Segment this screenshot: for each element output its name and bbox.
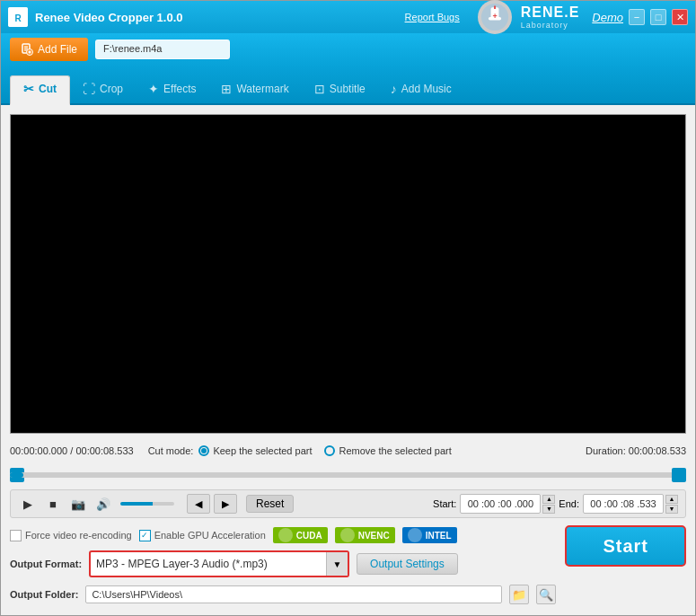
brand-text: RENE.E Laboratory bbox=[521, 4, 580, 30]
force-reencode-label: Force video re-encoding bbox=[25, 530, 132, 541]
remove-radio-dot bbox=[324, 445, 335, 456]
nvenc-label: NVENC bbox=[358, 531, 390, 541]
cuda-badge: CUDA bbox=[273, 527, 328, 543]
reset-button[interactable]: Reset bbox=[246, 495, 294, 513]
format-dropdown-arrow[interactable]: ▼ bbox=[326, 552, 348, 576]
output-format-row: Output Format: MP3 - MPEG Layer-3 Audio … bbox=[10, 550, 556, 577]
format-select-wrapper[interactable]: MP3 - MPEG Layer-3 Audio (*.mp3) ▼ bbox=[89, 550, 349, 577]
start-time-up[interactable]: ▲ bbox=[542, 495, 555, 504]
start-label: Start: bbox=[433, 498, 456, 509]
demo-badge: Demo bbox=[592, 11, 623, 24]
format-select-display: MP3 - MPEG Layer-3 Audio (*.mp3) bbox=[91, 554, 326, 574]
tab-effects[interactable]: ✦ Effects bbox=[136, 76, 208, 103]
title-bar: R Renee Video Cropper 1.0.0 Report Bugs … bbox=[1, 1, 695, 33]
add-file-button[interactable]: Add File bbox=[10, 38, 88, 61]
bottom-left: Force video re-encoding ✓ Enable GPU Acc… bbox=[10, 525, 556, 606]
output-settings-button[interactable]: Output Settings bbox=[357, 553, 458, 575]
end-time-down[interactable]: ▼ bbox=[665, 505, 678, 514]
encoding-options: Force video re-encoding ✓ Enable GPU Acc… bbox=[10, 525, 556, 545]
crop-icon: ⛶ bbox=[83, 82, 95, 96]
add-file-label: Add File bbox=[38, 43, 77, 56]
keep-radio[interactable]: Keep the selected part bbox=[198, 445, 312, 456]
nvenc-badge: NVENC bbox=[335, 527, 395, 543]
nvenc-icon bbox=[340, 528, 355, 542]
progress-bar[interactable] bbox=[10, 468, 686, 482]
subtitle-icon: ⊡ bbox=[314, 82, 325, 96]
start-time-input[interactable] bbox=[460, 494, 541, 514]
effects-icon: ✦ bbox=[148, 82, 159, 96]
svg-text:+: + bbox=[492, 12, 497, 21]
search-folder-button[interactable]: 🔍 bbox=[536, 585, 556, 604]
tab-subtitle[interactable]: ⊡ Subtitle bbox=[302, 76, 378, 103]
cut-mode-radio-group: Keep the selected part Remove the select… bbox=[198, 445, 451, 456]
progress-handle-right[interactable] bbox=[672, 468, 686, 482]
start-time-input-group: ▲ ▼ bbox=[460, 494, 555, 514]
tab-cut[interactable]: ✂ Cut bbox=[10, 75, 70, 105]
tab-watermark[interactable]: ⊞ Watermark bbox=[208, 76, 301, 103]
cuda-label: CUDA bbox=[296, 531, 322, 541]
end-time-up[interactable]: ▲ bbox=[665, 495, 678, 504]
watermark-icon: ⊞ bbox=[221, 82, 232, 96]
video-preview bbox=[10, 114, 686, 434]
close-button[interactable]: ✕ bbox=[672, 9, 688, 25]
report-bugs-link[interactable]: Report Bugs bbox=[405, 12, 460, 22]
music-icon: ♪ bbox=[391, 82, 397, 96]
keep-radio-dot bbox=[198, 445, 209, 456]
cut-mode-label: Cut mode: bbox=[148, 445, 194, 456]
intel-badge: INTEL bbox=[402, 527, 457, 543]
stop-button[interactable]: ■ bbox=[43, 494, 63, 514]
next-frame-button[interactable]: ▶ bbox=[214, 494, 237, 514]
end-label: End: bbox=[559, 498, 579, 509]
tab-crop[interactable]: ⛶ Crop bbox=[70, 76, 136, 103]
title-bar-right: Report Bugs + RENE.E Laboratory Dem bbox=[405, 0, 688, 34]
end-time-input-group: ▲ ▼ bbox=[583, 494, 678, 514]
volume-slider[interactable] bbox=[120, 502, 174, 506]
brand-sub: Laboratory bbox=[521, 21, 580, 30]
progress-track[interactable] bbox=[10, 472, 686, 478]
toolbar: Add File F:\renee.m4a bbox=[1, 33, 695, 66]
bottom-section: Force video re-encoding ✓ Enable GPU Acc… bbox=[10, 525, 686, 606]
brand-logo: + bbox=[478, 0, 512, 34]
tab-cut-label: Cut bbox=[39, 83, 57, 95]
brand-name: RENE.E bbox=[521, 4, 580, 21]
intel-label: INTEL bbox=[426, 531, 452, 541]
intel-icon bbox=[408, 528, 422, 542]
tab-effects-label: Effects bbox=[163, 83, 196, 95]
playback-controls: ▶ ■ 📷 🔊 ◀ ▶ Reset Start: ▲ ▼ End: bbox=[10, 489, 686, 518]
app-logo: R bbox=[8, 7, 28, 27]
tab-crop-label: Crop bbox=[100, 83, 123, 95]
screenshot-button[interactable]: 📷 bbox=[68, 494, 88, 514]
gpu-accel-cb: ✓ bbox=[139, 530, 151, 541]
gpu-accel-label: Enable GPU Acceleration bbox=[154, 530, 266, 541]
main-content: 00:00:00.000 / 00:00:08.533 Cut mode: Ke… bbox=[1, 105, 695, 615]
file-path-display: F:\renee.m4a bbox=[95, 40, 230, 59]
tab-add-music-label: Add Music bbox=[401, 83, 452, 95]
prev-frame-button[interactable]: ◀ bbox=[187, 494, 210, 514]
restore-button[interactable]: □ bbox=[650, 9, 666, 25]
time-current-display: 00:00:00.000 / 00:00:08.533 bbox=[10, 445, 134, 456]
start-end-area: Start: ▲ ▼ End: ▲ ▼ bbox=[433, 494, 678, 514]
volume-button[interactable]: 🔊 bbox=[93, 494, 113, 514]
tab-bar: ✂ Cut ⛶ Crop ✦ Effects ⊞ Watermark ⊡ Sub… bbox=[1, 66, 695, 105]
browse-folder-button[interactable]: 📁 bbox=[509, 585, 529, 604]
output-format-label: Output Format: bbox=[10, 559, 82, 569]
start-time-spinners: ▲ ▼ bbox=[542, 495, 555, 514]
folder-path-input[interactable] bbox=[85, 585, 502, 603]
gpu-accel-checkbox[interactable]: ✓ Enable GPU Acceleration bbox=[139, 530, 266, 541]
tab-watermark-label: Watermark bbox=[236, 83, 288, 95]
cut-icon: ✂ bbox=[23, 82, 34, 96]
start-button[interactable]: Start bbox=[565, 525, 686, 567]
svg-text:R: R bbox=[14, 13, 22, 23]
end-time-input[interactable] bbox=[583, 494, 664, 514]
tab-add-music[interactable]: ♪ Add Music bbox=[378, 76, 464, 103]
remove-radio[interactable]: Remove the selected part bbox=[324, 445, 451, 456]
start-time-down[interactable]: ▼ bbox=[542, 505, 555, 514]
force-reencode-checkbox[interactable]: Force video re-encoding bbox=[10, 530, 132, 541]
minimize-button[interactable]: − bbox=[629, 9, 645, 25]
play-button[interactable]: ▶ bbox=[18, 494, 38, 514]
time-info-bar: 00:00:00.000 / 00:00:08.533 Cut mode: Ke… bbox=[10, 441, 686, 461]
cuda-icon bbox=[278, 528, 293, 542]
duration-label: Duration: 00:00:08.533 bbox=[586, 445, 686, 456]
end-time-spinners: ▲ ▼ bbox=[665, 495, 678, 514]
tab-subtitle-label: Subtitle bbox=[330, 83, 366, 95]
